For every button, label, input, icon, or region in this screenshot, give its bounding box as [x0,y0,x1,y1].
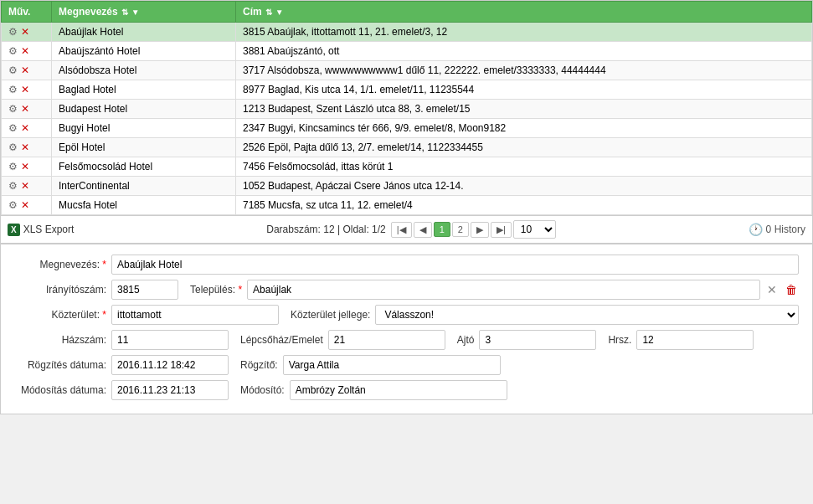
row-address: 2347 Bugyi, Kincsamincs tér 666, 9/9. em… [236,119,812,138]
name-filter-icon[interactable]: ▼ [131,8,140,17]
row-name: Baglad Hotel [52,80,236,100]
address-sort-icon[interactable]: ⇅ [265,8,272,17]
row-name: Felsőmocsolád Hotel [52,157,236,177]
page-size-select[interactable]: 102550100 [513,220,556,239]
row-name: Epöl Hotel [52,138,236,157]
row-actions: ⚙ ✕ [2,80,52,100]
lepcsohaz-input[interactable] [328,330,445,350]
delete-button[interactable]: 🗑 [784,281,799,298]
hazszam-row: Házszám: Lépcsőház/Emelet Ajtó Hrsz. [14,330,799,350]
rogzites-label: Rögzítés dátuma: [14,359,106,371]
iranyitoszam-input[interactable] [111,280,178,300]
clear-button[interactable]: ✕ [765,281,779,298]
kozterulet-jellege-select[interactable]: Válasszon!utcatérkörútdűlőfasor [375,305,799,325]
row-actions: ⚙ ✕ [2,61,52,80]
kozterulet-row: Közterület: * Közterület jellege: Válass… [14,305,799,325]
pager-next[interactable]: ▶ [471,222,489,238]
table-row[interactable]: ⚙ ✕ Alsódobsza Hotel 3717 Alsódobsza, ww… [2,61,812,80]
table-row[interactable]: ⚙ ✕ Mucsfa Hotel 7185 Mucsfa, sz utca 11… [2,196,812,215]
delete-icon[interactable]: ✕ [21,180,29,192]
delete-icon[interactable]: ✕ [21,161,29,172]
row-actions: ⚙ ✕ [2,119,52,138]
iranyitoszam-row: Irányítószám: Település: * ✕ 🗑 [14,280,799,300]
edit-icon[interactable]: ⚙ [8,141,18,153]
row-actions: ⚙ ✕ [2,138,52,157]
history-icon: 🕐 [749,223,763,236]
delete-icon[interactable]: ✕ [21,26,29,38]
table-row[interactable]: ⚙ ✕ InterContinental 1052 Budapest, Apác… [2,177,812,196]
row-actions: ⚙ ✕ [2,42,52,61]
delete-icon[interactable]: ✕ [21,45,29,57]
pager-first[interactable]: |◀ [391,222,412,238]
edit-icon[interactable]: ⚙ [8,26,18,38]
pager: |◀ ◀ 1 2 ▶ ▶| 102550100 [391,220,556,239]
table-row[interactable]: ⚙ ✕ Bugyi Hotel 2347 Bugyi, Kincsamincs … [2,119,812,138]
hazszam-label: Házszám: [14,334,106,346]
megnevezes-row: Megnevezés: * [14,255,799,275]
row-actions: ⚙ ✕ [2,100,52,119]
table-row[interactable]: ⚙ ✕ Abaújszántó Hotel 3881 Abaújszántó, … [2,42,812,61]
delete-icon[interactable]: ✕ [21,103,29,115]
xls-export-label[interactable]: XLS Export [23,224,75,235]
edit-icon[interactable]: ⚙ [8,199,18,211]
pager-prev[interactable]: ◀ [414,222,432,238]
iranyitoszam-label: Irányítószám: [14,284,106,296]
megnevezes-input[interactable] [111,255,799,275]
name-sort-icon[interactable]: ⇅ [121,8,128,17]
table-row[interactable]: ⚙ ✕ Budapest Hotel 1213 Budapest, Szent … [2,100,812,119]
address-filter-icon[interactable]: ▼ [275,8,284,17]
delete-icon[interactable]: ✕ [21,199,29,211]
col-header-address: Cím ⇅ ▼ [236,2,812,23]
modosito-input[interactable] [290,380,507,400]
edit-icon[interactable]: ⚙ [8,64,18,76]
row-address: 1213 Budapest, Szent László utca 88, 3. … [236,100,812,119]
pager-last[interactable]: ▶| [491,222,512,238]
row-name: Bugyi Hotel [52,119,236,138]
delete-icon[interactable]: ✕ [21,84,29,95]
megnevezes-label: Megnevezés: * [14,259,106,270]
edit-icon[interactable]: ⚙ [8,180,18,192]
modosito-label: Módosító: [240,384,285,396]
row-actions: ⚙ ✕ [2,157,52,177]
delete-icon[interactable]: ✕ [21,64,29,76]
row-name: Budapest Hotel [52,100,236,119]
table-row[interactable]: ⚙ ✕ Abaújlak Hotel 3815 Abaújlak, ittott… [2,23,812,42]
rogzites-input[interactable] [111,355,229,375]
pager-page-2[interactable]: 2 [452,222,469,237]
delete-icon[interactable]: ✕ [21,141,29,153]
row-name: Abaújszántó Hotel [52,42,236,61]
edit-icon[interactable]: ⚙ [8,84,18,95]
pager-page-1[interactable]: 1 [434,222,450,237]
hrsz-input[interactable] [636,330,754,350]
kozterulet-label: Közterület: * [14,309,106,321]
edit-icon[interactable]: ⚙ [8,103,18,115]
table-row[interactable]: ⚙ ✕ Baglad Hotel 8977 Baglad, Kis utca 1… [2,80,812,100]
history-label: 0 History [766,224,805,235]
table-row[interactable]: ⚙ ✕ Felsőmocsolád Hotel 7456 Felsőmocsol… [2,157,812,177]
rogzites-row: Rögzítés dátuma: Rögzítő: [14,355,799,375]
row-address: 2526 Epöl, Pajta dűlő 13, 2/7. emelet/14… [236,138,812,157]
history-section[interactable]: 🕐 0 History [749,223,805,236]
edit-icon[interactable]: ⚙ [8,161,18,172]
hrsz-label: Hrsz. [608,334,631,346]
ajto-input[interactable] [479,330,596,350]
rogzito-input[interactable] [283,355,501,375]
row-name: Mucsfa Hotel [52,196,236,215]
telepules-input[interactable] [247,280,760,300]
row-name: InterContinental [52,177,236,196]
delete-icon[interactable]: ✕ [21,122,29,134]
hazszam-input[interactable] [111,330,229,350]
lepcsohaz-label: Lépcsőház/Emelet [240,334,323,346]
kozterulet-input[interactable] [111,305,279,325]
row-address: 1052 Budapest, Apáczai Csere János utca … [236,177,812,196]
edit-icon[interactable]: ⚙ [8,122,18,134]
row-actions: ⚙ ✕ [2,196,52,215]
modositas-label: Módosítás dátuma: [14,384,106,396]
modositas-input[interactable] [111,380,229,400]
row-address: 8977 Baglad, Kis utca 14, 1/1. emelet/11… [236,80,812,100]
table-row[interactable]: ⚙ ✕ Epöl Hotel 2526 Epöl, Pajta dűlő 13,… [2,138,812,157]
row-address: 3881 Abaújszántó, ott [236,42,812,61]
ajto-label: Ajtó [457,334,475,346]
edit-icon[interactable]: ⚙ [8,45,18,57]
row-actions: ⚙ ✕ [2,23,52,42]
